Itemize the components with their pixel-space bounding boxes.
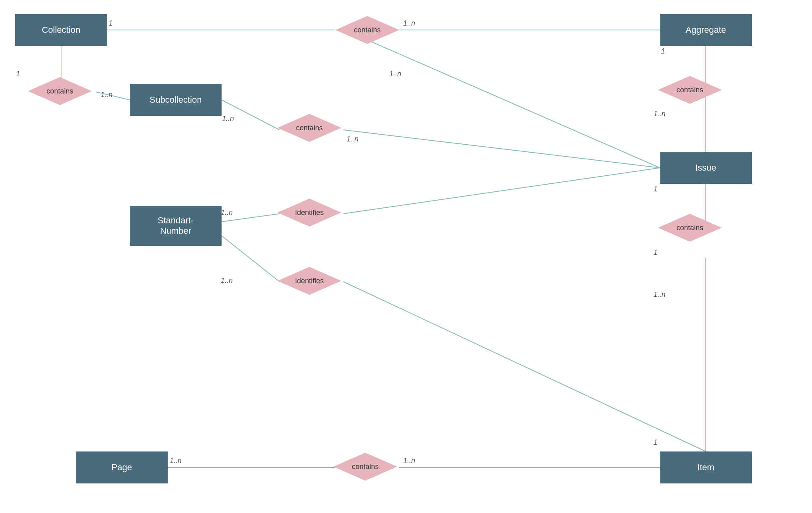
card-collection-left: 1: [16, 70, 20, 78]
svg-line-4: [367, 40, 660, 168]
diamond-identifies-bottom: Identifies: [277, 267, 341, 295]
card-aggregate-down: 1: [661, 47, 665, 56]
entity-collection: Collection: [15, 14, 107, 46]
card-page-right: 1..n: [170, 457, 182, 465]
card-aggregate-issue: 1..n: [654, 110, 665, 118]
diamond-contains-issue: contains: [658, 214, 722, 242]
diamond-identifies-top: Identifies: [277, 199, 341, 227]
card-standart-identifies-bottom: 1..n: [221, 276, 233, 285]
svg-line-13: [343, 168, 660, 214]
card-contains-top-issue: 1..n: [389, 70, 401, 78]
entity-aggregate: Aggregate: [660, 14, 752, 46]
card-subcoll-contains-issue: 1..n: [347, 135, 358, 143]
card-issue-contains-top: 1: [654, 249, 658, 257]
card-issue-contains-bottom: 1..n: [654, 290, 665, 299]
er-diagram: Collection Aggregate Subcollection Issue…: [0, 0, 812, 513]
card-aggregate-top: 1..n: [403, 19, 415, 28]
svg-line-14: [222, 236, 279, 282]
entity-subcollection: Subcollection: [130, 84, 222, 116]
card-issue-top: 1: [654, 185, 658, 193]
card-collection-top: 1: [109, 19, 113, 28]
diamond-contains-left: contains: [28, 77, 92, 105]
card-item-left: 1..n: [403, 457, 415, 465]
entity-page: Page: [76, 451, 168, 483]
diamond-contains-top: contains: [335, 16, 399, 44]
card-subcoll-left: 1..n: [101, 91, 113, 99]
diamond-contains-page: contains: [333, 453, 397, 481]
svg-line-6: [343, 130, 660, 168]
card-item-top: 1: [654, 438, 658, 447]
card-standart-identifies-top: 1..n: [221, 209, 233, 217]
diamond-contains-subcollection: contains: [277, 114, 341, 142]
diamond-contains-aggregate: contains: [658, 76, 722, 104]
entity-standart-number: Standart-Number: [130, 206, 222, 246]
card-subcoll-right: 1..n: [222, 115, 234, 123]
entity-issue: Issue: [660, 152, 752, 184]
svg-line-15: [343, 282, 706, 451]
entity-item: Item: [660, 451, 752, 483]
